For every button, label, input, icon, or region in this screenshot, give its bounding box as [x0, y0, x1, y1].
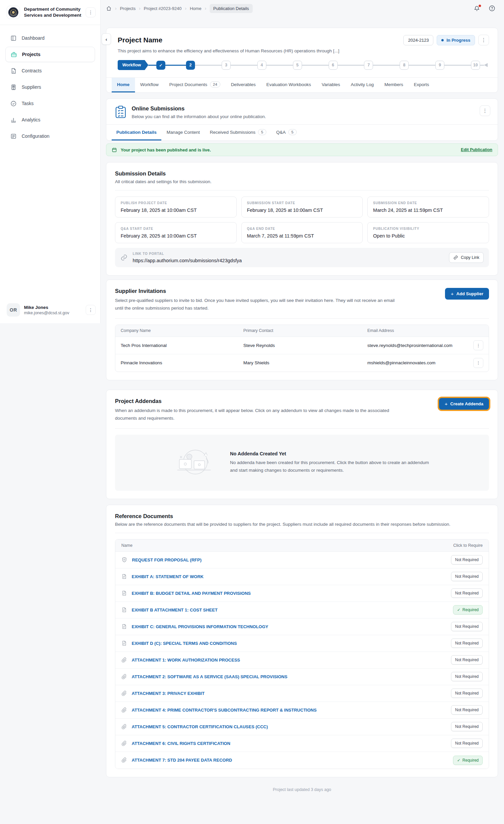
user-email: mike.jones@dcsd.st.gov	[24, 311, 82, 315]
online-submissions-menu-button[interactable]: ⋮	[480, 105, 490, 116]
reference-documents-card: Reference Documents Below are the refere…	[106, 505, 498, 777]
kebab-icon: ⋮	[481, 37, 486, 43]
tab-deliverables[interactable]: Deliverables	[226, 78, 261, 92]
count-badge: 5	[288, 129, 296, 135]
kebab-icon: ⋮	[88, 307, 93, 313]
tab-exports[interactable]: Exports	[409, 78, 435, 92]
supplier-row-menu-button[interactable]: ⋮	[473, 340, 483, 350]
step-7[interactable]: 7	[364, 61, 373, 70]
org-menu-button[interactable]: ⋮	[86, 7, 96, 17]
document-link[interactable]: REQUEST FOR PROPOSAL (RFP)	[132, 557, 202, 562]
tab-evaluation-workbooks[interactable]: Evaluation Workbooks	[261, 78, 316, 92]
shield-star-icon	[121, 557, 127, 563]
document-link[interactable]: ATTACHMENT 4: PRIME CONTRACTOR'S SUBCONT…	[132, 708, 317, 713]
document-link[interactable]: EXHIBIT B: BUDGET DETAIL AND PAYMENT PRO…	[132, 591, 251, 596]
sidebar-item-projects[interactable]: Projects	[5, 47, 95, 62]
company-name: Tech Pros International	[121, 343, 243, 348]
link-icon	[120, 254, 128, 261]
project-addendas-card: Project Addendas When an addendum is mad…	[106, 390, 498, 499]
user-menu-button[interactable]: ⋮	[86, 305, 96, 315]
tab-activity-log[interactable]: Activity Log	[345, 78, 379, 92]
field-submission-end-date: SUBMISSION END DATEMarch 24, 2025 at 11:…	[367, 197, 489, 217]
sidebar-nav: Dashboard Projects Contracts Suppliers T…	[0, 25, 100, 298]
submission-details-title: Submission Details	[115, 171, 489, 177]
tab-manage-content[interactable]: Manage Content	[162, 125, 205, 140]
field-publication-visibility: PUBLICATION VISIBILITYOpen to Public	[367, 222, 489, 243]
step-6[interactable]: 6	[329, 61, 338, 70]
require-toggle[interactable]: Not Required	[451, 572, 483, 581]
tab-members[interactable]: Members	[379, 78, 408, 92]
document-link[interactable]: EXHIBIT D (C): SPECIAL TERMS AND CONDITI…	[132, 641, 237, 646]
require-toggle[interactable]: Not Required	[451, 555, 483, 564]
document-link[interactable]: ATTACHMENT 3: PRIVACY EXHIBIT	[132, 691, 205, 696]
step-2-active[interactable]: 2	[186, 61, 195, 70]
document-link[interactable]: ATTACHMENT 6: CIVIL RIGHTS CERTIFICATION	[132, 741, 230, 746]
collapse-sidebar-button[interactable]: ‹	[102, 33, 111, 45]
sidebar-item-tasks[interactable]: Tasks	[5, 96, 95, 111]
tab-home[interactable]: Home	[112, 78, 135, 92]
create-addenda-button[interactable]: +Create Addenda	[439, 398, 489, 410]
require-toggle[interactable]: ✓Required	[453, 755, 483, 765]
sidebar-item-analytics[interactable]: Analytics	[5, 112, 95, 127]
document-link[interactable]: ATTACHMENT 5: CONTRACTOR CERTIFICATION C…	[132, 724, 268, 729]
step-8[interactable]: 8	[400, 61, 409, 70]
document-link[interactable]: EXHIBIT B ATTACHMENT 1: COST SHEET	[132, 608, 218, 613]
tab-project-documents[interactable]: Project Documents24	[164, 78, 226, 92]
step-3[interactable]: 3	[222, 61, 231, 70]
step-4[interactable]: 4	[257, 61, 266, 70]
step-10[interactable]: 10	[471, 61, 480, 70]
copy-link-button[interactable]: Copy Link	[449, 252, 484, 263]
supplier-row-menu-button[interactable]: ⋮	[473, 358, 483, 368]
suppliers-table: Company Name Primary Contact Email Addre…	[115, 325, 489, 372]
portal-link-row: LINK TO PORTAL https://app.authorium.com…	[115, 248, 489, 267]
empty-state-title: No Addenda Created Yet	[230, 451, 430, 456]
require-toggle[interactable]: Not Required	[451, 655, 483, 664]
user-name: Mike Jones	[24, 305, 82, 310]
clipboard-icon	[115, 105, 126, 119]
sidebar-item-contracts[interactable]: Contracts	[5, 63, 95, 78]
sidebar: Department of Community Services and Dev…	[0, 0, 101, 323]
step-1-completed[interactable]: ✓	[156, 61, 165, 70]
step-5[interactable]: 5	[293, 61, 302, 70]
calendar-icon	[112, 147, 117, 152]
org-header: Department of Community Services and Dev…	[0, 0, 100, 25]
table-row: Pinnacle Innovations Mary Shields mshiel…	[115, 354, 489, 372]
project-menu-button[interactable]: ⋮	[478, 35, 489, 45]
document-link[interactable]: ATTACHMENT 7: STD 204 PAYEE DATA RECORD	[132, 757, 232, 762]
sidebar-item-dashboard[interactable]: Dashboard	[5, 30, 95, 46]
portal-link-label: LINK TO PORTAL	[133, 252, 242, 255]
tab-variables[interactable]: Variables	[316, 78, 345, 92]
require-toggle[interactable]: Not Required	[451, 705, 483, 715]
settings-icon	[10, 133, 17, 139]
sidebar-item-suppliers[interactable]: Suppliers	[5, 79, 95, 95]
contract-icon	[10, 68, 17, 74]
require-toggle[interactable]: Not Required	[451, 672, 483, 681]
document-link[interactable]: EXHIBIT C: GENERAL PROVISIONS INFORMATIO…	[132, 624, 268, 629]
step-9[interactable]: 9	[435, 61, 444, 70]
document-link[interactable]: ATTACHMENT 2: SOFTWARE AS A SERVICE (SAA…	[132, 674, 287, 679]
plus-icon: +	[445, 401, 448, 406]
banner-text: Your project has been published and is l…	[121, 147, 211, 152]
tab-qa[interactable]: Q&A5	[272, 125, 301, 140]
add-supplier-button[interactable]: +Add Supplier	[445, 288, 489, 300]
document-link[interactable]: ATTACHMENT 1: WORK AUTHORIZATION PROCESS	[132, 657, 240, 662]
require-toggle[interactable]: Not Required	[451, 722, 483, 731]
require-toggle[interactable]: Not Required	[451, 638, 483, 648]
tab-received-submissions[interactable]: Received Submissions5	[205, 125, 271, 140]
submission-fields: PUBLISH PROJECT DATEFebruary 18, 2025 at…	[115, 197, 489, 243]
kebab-icon: ⋮	[88, 10, 93, 15]
page-title: Project Name	[118, 36, 162, 44]
reference-documents-title: Reference Documents	[115, 513, 489, 519]
building-icon	[10, 84, 17, 90]
require-toggle[interactable]: Not Required	[451, 622, 483, 631]
require-toggle[interactable]: Not Required	[451, 739, 483, 748]
sidebar-item-configuration[interactable]: Configuration	[5, 128, 95, 144]
document-link[interactable]: EXHIBIT A: STATEMENT OF WORK	[132, 574, 204, 579]
supplier-invitations-description: Select pre-qualified suppliers to invite…	[115, 297, 395, 312]
tab-workflow[interactable]: Workflow	[135, 78, 164, 92]
require-toggle[interactable]: Not Required	[451, 589, 483, 598]
require-toggle[interactable]: Not Required	[451, 689, 483, 698]
edit-publication-link[interactable]: Edit Publication	[461, 147, 492, 152]
tab-publication-details[interactable]: Publication Details	[112, 125, 161, 140]
require-toggle[interactable]: ✓Required	[453, 605, 483, 615]
